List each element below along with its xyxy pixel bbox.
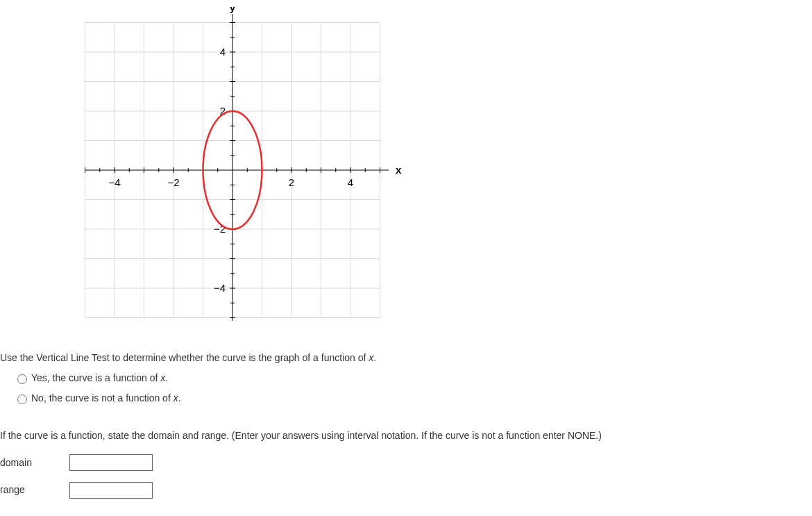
question-2: If the curve is a function, state the do… xyxy=(0,427,812,499)
chart-container: −4 −2 2 4 4 2 −2 −4 y x xyxy=(83,7,812,328)
radio-no-row[interactable]: No, the curve is not a function of x. xyxy=(14,390,812,407)
opt-yes-pre: Yes, the curve is a function of xyxy=(31,372,160,383)
domain-label: domain xyxy=(0,454,69,472)
radio-no[interactable] xyxy=(17,394,27,404)
domain-input[interactable] xyxy=(69,454,153,471)
ellipse-graph: −4 −2 2 4 4 2 −2 −4 y x xyxy=(83,7,403,326)
y-axis-label: y xyxy=(230,7,236,13)
question-1: Use the Vertical Line Test to determine … xyxy=(0,349,812,408)
q2-prompt: If the curve is a function, state the do… xyxy=(0,427,812,444)
y-tick-4: 4 xyxy=(220,46,226,58)
domain-row: domain xyxy=(0,454,812,472)
y-tick-n4: −4 xyxy=(214,282,226,294)
radio-yes[interactable] xyxy=(17,374,27,384)
opt-no-var: x xyxy=(174,392,178,403)
x-tick-2: 2 xyxy=(289,176,294,188)
q1-prompt-post: . xyxy=(373,352,376,363)
q1-prompt-pre: Use the Vertical Line Test to determine … xyxy=(0,352,369,363)
x-tick-4: 4 xyxy=(348,176,353,188)
opt-no-post: . xyxy=(178,392,181,403)
x-tick-n4: −4 xyxy=(108,176,120,188)
x-tick-n2: −2 xyxy=(167,176,179,188)
opt-yes-post: . xyxy=(165,372,168,383)
opt-no-pre: No, the curve is not a function of xyxy=(31,392,174,403)
range-row: range xyxy=(0,481,812,499)
radio-yes-label: Yes, the curve is a function of x. xyxy=(31,369,168,387)
range-label: range xyxy=(0,481,69,499)
range-input[interactable] xyxy=(69,482,153,499)
x-axis-label: x xyxy=(396,164,402,176)
radio-yes-row[interactable]: Yes, the curve is a function of x. xyxy=(14,369,812,387)
radio-no-label: No, the curve is not a function of x. xyxy=(31,390,181,407)
q1-prompt: Use the Vertical Line Test to determine … xyxy=(0,349,812,367)
y-tick-n2: −2 xyxy=(214,223,226,235)
